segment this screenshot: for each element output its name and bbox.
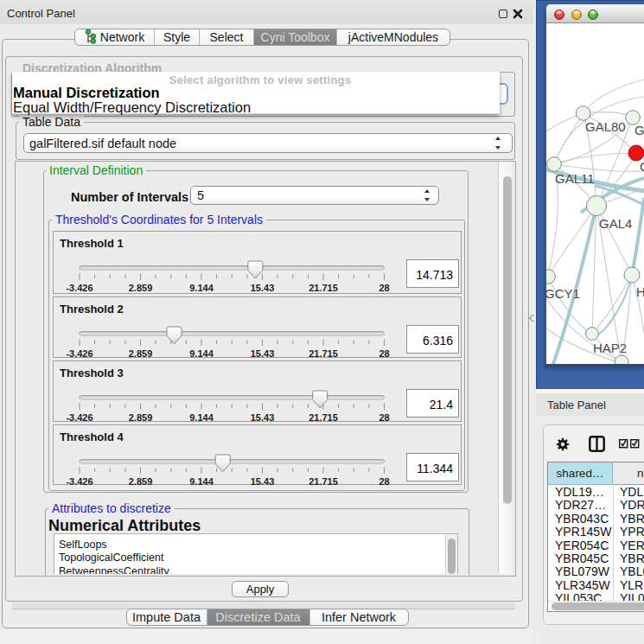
svg-text:GAL11: GAL11 <box>555 171 595 186</box>
svg-text:HAP2: HAP2 <box>593 341 627 355</box>
svg-text:GAL4: GAL4 <box>599 216 632 231</box>
svg-text:C: C <box>640 159 644 174</box>
svg-text:H: H <box>636 284 644 299</box>
svg-text:GCY1: GCY1 <box>546 286 580 301</box>
svg-text:GAL80: GAL80 <box>585 119 626 134</box>
svg-text:GA: GA <box>634 123 644 137</box>
